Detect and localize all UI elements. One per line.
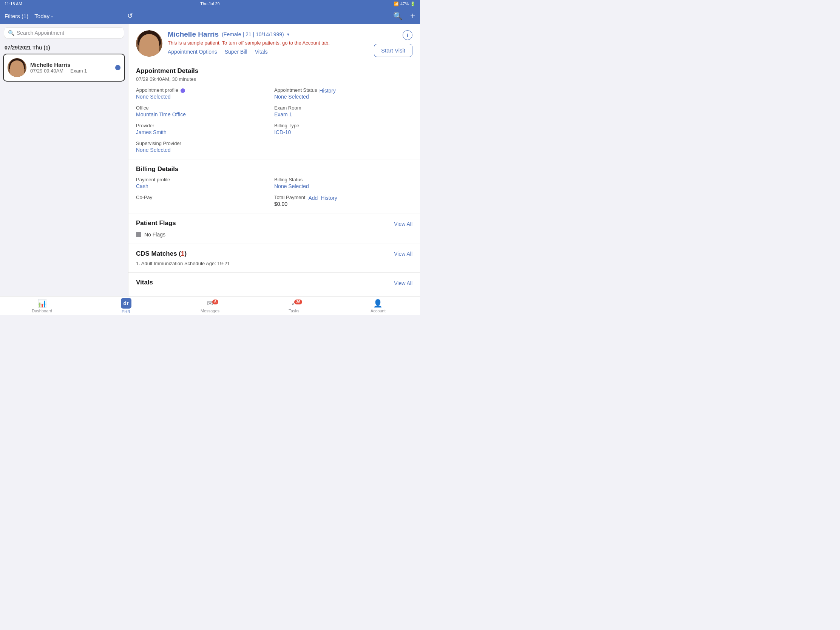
- billing-type-value[interactable]: ICD-10: [274, 129, 412, 135]
- search-bar[interactable]: 🔍 Search Appointment: [4, 27, 124, 38]
- header-bar: Filters (1) Today ⌄ ↺ 🔍 +: [0, 8, 420, 24]
- filters-button[interactable]: Filters (1): [5, 13, 28, 19]
- nav-label-messages: Messages: [201, 309, 219, 313]
- billing-details-section: Billing Details Payment profile Cash Bil…: [128, 159, 420, 213]
- copay-label: Co-Pay: [136, 194, 274, 200]
- provider-item: Provider James Smith: [136, 123, 274, 135]
- battery-level: 47%: [400, 2, 409, 6]
- appointment-profile-label-row: Appointment profile: [136, 87, 274, 94]
- nav-label-dashboard: Dashboard: [32, 309, 52, 313]
- battery-icon: 🔋: [410, 2, 415, 6]
- billing-type-item: Billing Type ICD-10: [274, 123, 412, 135]
- patient-flags-section: Patient Flags View All No Flags: [128, 213, 420, 244]
- vitals-button[interactable]: Vitals: [255, 49, 268, 55]
- appointment-card[interactable]: Michelle Harris 07/29 09:40AM Exam 1: [3, 54, 125, 82]
- payment-profile-value[interactable]: Cash: [136, 183, 274, 189]
- vitals-title: Vitals: [136, 279, 153, 286]
- office-value[interactable]: Mountain Time Office: [136, 111, 274, 117]
- appointment-badge: [115, 65, 120, 70]
- patient-header: Michelle Harris (Female | 21 | 10/14/199…: [128, 24, 420, 61]
- nav-item-messages[interactable]: ✉ 6 Messages: [168, 299, 252, 313]
- vitals-header: Vitals View All: [136, 279, 412, 288]
- supervising-provider-value[interactable]: None Selected: [136, 147, 274, 153]
- total-payment-add-btn[interactable]: Add: [308, 195, 317, 201]
- payment-profile-label: Payment profile: [136, 177, 274, 182]
- supervising-provider-item: Supervising Provider None Selected: [136, 141, 274, 153]
- patient-actions: Appointment Options Super Bill Vitals: [168, 49, 369, 55]
- nav-item-dashboard[interactable]: 📊 Dashboard: [0, 299, 84, 313]
- patient-face: [139, 34, 159, 57]
- appointment-profile-value[interactable]: None Selected: [136, 94, 274, 100]
- nav-item-ehr[interactable]: dr EHR: [84, 298, 168, 314]
- total-payment-item: Total Payment Add History $0.00: [274, 194, 412, 207]
- cds-view-all-button[interactable]: View All: [394, 251, 412, 257]
- today-button[interactable]: Today ⌄: [35, 13, 54, 19]
- header-right: 🔍 +: [393, 11, 415, 21]
- billing-status-item: Billing Status None Selected: [274, 177, 412, 189]
- appointment-status-label-row: Appointment Status History: [274, 87, 412, 94]
- messages-badge: 6: [212, 300, 218, 305]
- vitals-section: Vitals View All: [128, 273, 420, 294]
- patient-flags-title: Patient Flags: [136, 219, 176, 227]
- nav-item-tasks[interactable]: ✓ 36 Tasks: [252, 299, 336, 313]
- super-bill-button[interactable]: Super Bill: [225, 49, 247, 55]
- appointment-status-history-btn[interactable]: History: [319, 88, 336, 94]
- search-bar-wrap: 🔍 Search Appointment: [0, 24, 128, 41]
- total-payment-history-btn[interactable]: History: [321, 195, 337, 201]
- total-payment-label: Total Payment: [274, 194, 305, 200]
- patient-name-row: Michelle Harris (Female | 21 | 10/14/199…: [168, 30, 369, 38]
- no-flags-label: No Flags: [144, 232, 166, 238]
- start-visit-button[interactable]: Start Visit: [374, 44, 412, 57]
- search-icon[interactable]: 🔍: [393, 11, 403, 21]
- info-icon[interactable]: i: [403, 30, 412, 40]
- status-bar: 11:18 AM Thu Jul 29 📶 47% 🔋: [0, 0, 420, 8]
- status-bar-right: 📶 47% 🔋: [393, 2, 415, 6]
- cds-matches-title: CDS Matches (1): [136, 250, 186, 257]
- purple-dot-icon: [180, 88, 185, 93]
- billing-status-value[interactable]: None Selected: [274, 183, 412, 189]
- account-icon: 👤: [373, 299, 383, 308]
- appointment-details-subtitle: 07/29 09:40AM, 30 minutes: [136, 76, 412, 82]
- nav-label-tasks: Tasks: [289, 309, 299, 313]
- appointment-status-value[interactable]: None Selected: [274, 94, 412, 100]
- cds-matches-section: CDS Matches (1) View All 1. Adult Immuni…: [128, 244, 420, 273]
- ehr-icon: dr: [121, 298, 131, 309]
- avatar: [8, 58, 27, 77]
- add-button[interactable]: +: [410, 11, 415, 21]
- avatar-image: [8, 58, 27, 77]
- cds-matches-title-row: CDS Matches (1): [136, 250, 186, 257]
- patient-name: Michelle Harris: [168, 30, 219, 38]
- cds-matches-header: CDS Matches (1) View All: [136, 250, 412, 257]
- nav-label-account: Account: [371, 309, 385, 313]
- chevron-down-icon[interactable]: ▾: [287, 32, 289, 37]
- patient-info: Michelle Harris (Female | 21 | 10/14/199…: [168, 30, 369, 55]
- patient-avatar-image: [136, 30, 163, 57]
- patient-avatar: [136, 30, 163, 57]
- exam-room-value[interactable]: Exam 1: [274, 111, 412, 117]
- vitals-view-all-button[interactable]: View All: [394, 280, 412, 286]
- exam-room-item: Exam Room Exam 1: [274, 105, 412, 117]
- provider-label: Provider: [136, 123, 274, 128]
- appointment-profile-item: Appointment profile None Selected: [136, 87, 274, 100]
- patient-sample-message: This is a sample patient. To turn off sa…: [168, 40, 369, 46]
- patient-flags-header: Patient Flags View All: [136, 219, 412, 229]
- payment-profile-item: Payment profile Cash: [136, 177, 274, 189]
- tasks-badge: 36: [294, 300, 302, 305]
- appointment-options-button[interactable]: Appointment Options: [168, 49, 217, 55]
- copay-item: Co-Pay: [136, 194, 274, 207]
- billing-status-label: Billing Status: [274, 177, 412, 182]
- total-payment-label-row: Total Payment Add History: [274, 194, 412, 201]
- right-panel: Michelle Harris (Female | 21 | 10/14/199…: [128, 24, 420, 296]
- nav-item-account[interactable]: 👤 Account: [336, 299, 420, 313]
- cds-item: 1. Adult Immunization Schedule Age: 19-2…: [136, 261, 412, 266]
- provider-value[interactable]: James Smith: [136, 129, 274, 135]
- status-time: 11:18 AM: [5, 2, 22, 6]
- date-header: 07/29/2021 Thu (1): [0, 41, 128, 54]
- chevron-down-icon: ⌄: [50, 14, 54, 19]
- status-date: Thu Jul 29: [200, 2, 219, 6]
- refresh-button[interactable]: ↺: [127, 12, 133, 20]
- supervising-provider-label: Supervising Provider: [136, 141, 274, 146]
- patient-meta: (Female | 21 | 10/14/1999): [222, 32, 284, 37]
- patient-flags-view-all-button[interactable]: View All: [394, 221, 412, 227]
- nav-label-ehr: EHR: [122, 309, 130, 314]
